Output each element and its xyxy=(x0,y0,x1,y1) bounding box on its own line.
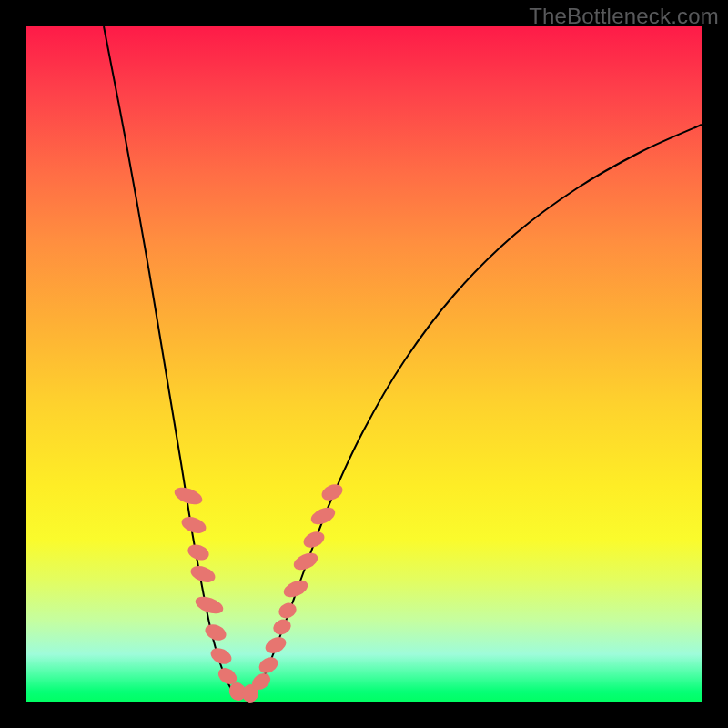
bead xyxy=(179,514,208,537)
bead xyxy=(308,504,338,528)
bottleneck-curve xyxy=(104,26,702,697)
bead xyxy=(203,622,228,643)
bead xyxy=(193,593,226,617)
curve-beads xyxy=(172,481,345,704)
bead xyxy=(186,541,211,562)
watermark-label: TheBottleneck.com xyxy=(529,4,719,29)
bead xyxy=(319,481,345,503)
bead xyxy=(291,550,320,573)
bead xyxy=(188,563,217,586)
bead xyxy=(257,654,281,676)
bead xyxy=(263,634,289,657)
chart-svg xyxy=(26,26,702,702)
chart-frame: TheBottleneck.com xyxy=(0,0,728,728)
plot-area xyxy=(26,26,702,702)
bead xyxy=(277,601,299,622)
bead xyxy=(301,529,327,551)
bead xyxy=(271,617,294,638)
bead xyxy=(281,577,310,601)
